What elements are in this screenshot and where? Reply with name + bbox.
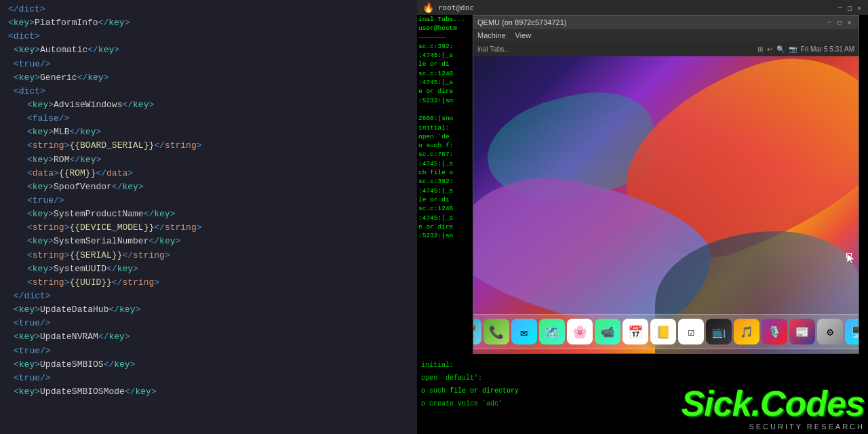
code-line: <key>Generic</key>: [0, 71, 417, 85]
dock-icon-maps[interactable]: 🗺️: [539, 319, 565, 344]
term-line: sc.c:767:: [417, 150, 478, 159]
dock-icon-launchpad[interactable]: 🚀: [473, 319, 481, 344]
mouse-cursor: [846, 253, 852, 258]
code-editor-panel: </dict> <key>PlatformInfo</key> <dict> <…: [0, 0, 417, 434]
code-line: <key>SystemUUID</key>: [0, 262, 417, 276]
term-line: sc.c:1246: [417, 69, 478, 78]
term-line: e or dire: [417, 222, 478, 231]
toolbar-icon-2[interactable]: ↩: [767, 45, 772, 53]
view-menu[interactable]: View: [515, 31, 532, 39]
dock-icon-calendar[interactable]: 📅: [623, 319, 648, 344]
term-line: 2660:(sno: [417, 114, 478, 123]
term-line: sc.c:392:: [417, 177, 478, 186]
code-line: <key>PlatformInfo</key>: [0, 16, 417, 30]
term-line: :4745:(_s: [417, 51, 478, 60]
term-line: sc.c:1246: [417, 204, 478, 213]
dock-icon-music[interactable]: 🎵: [734, 319, 760, 344]
toolbar-icon-1[interactable]: ⊞: [757, 45, 763, 53]
toolbar-datetime: Fri Mar 5 5:31 AM: [801, 45, 854, 53]
code-line: <key>AdviseWindows</key>: [0, 98, 417, 112]
maximize-button[interactable]: □: [846, 4, 853, 11]
code-line: <key>SystemProductName</key>: [0, 208, 417, 221]
bottom-terminal: 2660:(sno initial: open `default': o suc…: [417, 346, 868, 434]
code-line: <key>UpdateSMBIOS</key>: [0, 358, 417, 372]
code-line: <false/>: [0, 112, 417, 125]
code-line: <true/>: [0, 372, 417, 385]
term-line: le or di: [417, 195, 478, 204]
term-line: :4745:(_s: [417, 214, 478, 222]
qemu-maximize-button[interactable]: □: [837, 19, 844, 26]
code-line: <data>{{ROM}}</data>: [0, 167, 417, 180]
term-line: open `de: [417, 132, 478, 141]
qemu-window: QEMU (on 8972c5734721) ─ □ ✕ Machine Vie…: [473, 15, 859, 354]
code-line: <string>{{UUID}}</string>: [0, 276, 417, 290]
code-line: <dict>: [0, 30, 417, 43]
qemu-minimize-button[interactable]: ─: [827, 19, 834, 26]
term-line: [417, 105, 478, 114]
qemu-toolbar: inal Tabs... ⊞ ↩ 🔍 📷 Fri Mar 5 5:31 AM: [473, 41, 859, 56]
code-line: <true/>: [0, 194, 417, 208]
topbar-right: ─ □ ✕: [837, 4, 863, 11]
dock-icon-contacts[interactable]: 📒: [650, 319, 676, 344]
close-button[interactable]: ✕: [856, 4, 863, 11]
code-line: <key>MLB</key>: [0, 125, 417, 139]
dock-icon-tv[interactable]: 📺: [706, 319, 732, 344]
dock-icon-remote-desktop[interactable]: 🖥️: [845, 319, 859, 344]
dock-icon-podcasts[interactable]: 🎙️: [762, 319, 787, 344]
dock-icon-facetime[interactable]: 📹: [595, 319, 620, 344]
toolbar-right-area: ⊞ ↩ 🔍 📷 Fri Mar 5 5:31 AM: [757, 45, 854, 53]
code-line: </dict>: [0, 3, 417, 16]
code-line: <key>UpdateDataHub</key>: [0, 303, 417, 317]
term-line: :5233:(sn: [417, 231, 478, 240]
term-line: le or di: [417, 60, 478, 68]
qemu-desktop-content[interactable]: 🚀 📞 ✉️ 🗺️ 🌸 📹: [473, 56, 859, 353]
term-line: inal Tabs...: [417, 15, 478, 24]
topbar-left: 🔥 root@doc: [422, 2, 474, 13]
qemu-titlebar: QEMU (on 8972c5734721) ─ □ ✕: [473, 16, 859, 29]
qemu-menubar: Machine View: [473, 29, 859, 41]
terminal-topbar: 🔥 root@doc ─ □ ✕: [417, 0, 868, 15]
right-panel: 🔥 root@doc ─ □ ✕ inal Tabs... user@hostm…: [417, 0, 868, 434]
term-line: o such f:: [417, 141, 478, 150]
term-line: ch file o: [417, 168, 478, 177]
term-line: :5233:(sn: [417, 96, 478, 105]
sick-codes-logo: Sick.Codes SECURITY RESEARCH: [661, 353, 865, 431]
term-line: :4745:(_s: [417, 78, 478, 87]
qemu-title-text: QEMU (on 8972c5734721): [477, 18, 566, 26]
term-line: :4745:(_s: [417, 186, 478, 195]
code-line: <true/>: [0, 317, 417, 330]
term-line: :4745:(_s: [417, 159, 478, 168]
code-line: </dict>: [0, 290, 417, 303]
toolbar-icon-3[interactable]: 🔍: [776, 45, 785, 53]
toolbar-left-text: inal Tabs...: [477, 45, 510, 53]
machine-menu[interactable]: Machine: [477, 31, 506, 39]
minimize-button[interactable]: ─: [837, 4, 844, 11]
term-line: initial:: [417, 123, 478, 132]
code-line: <key>SpoofVendor</key>: [0, 180, 417, 194]
toolbar-icon-4[interactable]: 📷: [789, 45, 797, 53]
dock-icon-mail[interactable]: ✉️: [511, 319, 537, 344]
macos-desktop-wallpaper: 🚀 📞 ✉️ 🗺️ 🌸 📹: [473, 56, 859, 353]
flame-icon: 🔥: [422, 2, 434, 13]
dock-icon-photos[interactable]: 🌸: [567, 319, 593, 344]
terminal-host: root@doc: [438, 3, 474, 12]
term-line: user@hostm: [417, 24, 478, 33]
dock-icon-reminders[interactable]: ☑️: [678, 319, 704, 344]
term-line: sc.c:392:: [417, 42, 478, 51]
terminal-overlay: inal Tabs... user@hostm ─────── sc.c:392…: [417, 15, 478, 361]
term-line: e or dire: [417, 87, 478, 96]
code-line: <key>SystemSerialNumber</key>: [0, 235, 417, 248]
security-research-label: SECURITY RESEARCH: [749, 422, 865, 431]
code-line: <true/>: [0, 58, 417, 71]
code-line: <string>{{DEVICE_MODEL}}</string>: [0, 221, 417, 235]
code-line: <true/>: [0, 344, 417, 358]
qemu-buttons: ─ □ ✕: [827, 19, 854, 26]
dock-icon-system-prefs[interactable]: ⚙️: [817, 319, 843, 344]
term-line: ───────: [417, 33, 478, 42]
code-line: <string>{{SERIAL}}</string>: [0, 249, 417, 262]
dock-icon-phone[interactable]: 📞: [484, 319, 509, 344]
code-line: <key>UpdateNVRAM</key>: [0, 330, 417, 344]
dock-icon-news[interactable]: 📰: [789, 319, 815, 344]
qemu-close-button[interactable]: ✕: [848, 19, 854, 26]
sick-codes-brand-name: Sick.Codes: [682, 386, 865, 421]
